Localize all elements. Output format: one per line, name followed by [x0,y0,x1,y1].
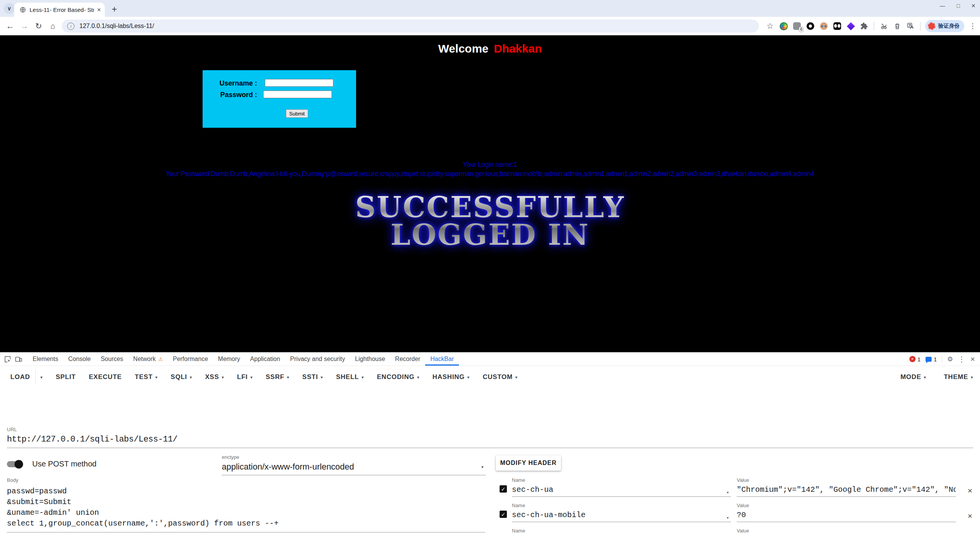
devtools-close-icon[interactable]: × [970,354,975,364]
menu-encoding[interactable]: ENCODING▾ [377,373,419,381]
remove-header-icon[interactable]: × [968,512,972,520]
chevron-down-icon: ▾ [321,375,323,379]
window-minimize-icon[interactable]: — [940,3,945,9]
window-close-icon[interactable]: × [971,2,975,10]
username-field[interactable] [265,79,333,87]
enctype-select[interactable]: application/x-www-form-urlencoded ▾ [222,462,486,475]
post-method-toggle[interactable] [7,461,22,467]
mask-extension-icon[interactable] [832,21,842,31]
device-toolbar-icon[interactable] [15,356,22,363]
header-checkbox[interactable]: ✓ [500,485,507,493]
header-name-value[interactable]: sec-ch-ua-mobile [512,511,731,522]
header-name-value[interactable]: sec-ch-ua [512,485,731,497]
inspect-element-icon[interactable] [4,356,11,363]
header-value-value[interactable]: ?0 [737,511,956,522]
menu-ssti[interactable]: SSTI▾ [302,373,323,381]
menu-ssrf[interactable]: SSRF▾ [266,373,289,381]
site-info-icon[interactable]: i [67,23,74,30]
error-counter[interactable]: ×1 [909,356,921,363]
header-name-field: Name sec-ch-ua-mobile ▾ [512,503,731,522]
tab-search-button[interactable]: ∨ [4,3,15,14]
password-field[interactable] [263,91,332,98]
menu-load[interactable]: LOAD ▾ [10,370,43,384]
profile-chip[interactable]: 验证身份 [925,20,964,32]
post-method-row: Use POST method [7,460,96,468]
devtools-tab-bar: Elements Console Sources Network⚠ Perfor… [0,353,980,366]
cart-extension-icon[interactable] [879,21,889,31]
menu-shell[interactable]: SHELL▾ [336,373,364,381]
reload-icon[interactable]: ↻ [31,21,46,31]
diamond-extension-icon[interactable] [846,21,856,31]
chevron-down-icon: ▾ [515,375,518,379]
submit-button[interactable]: Submit [286,109,308,118]
url-text[interactable]: 127.0.0.1/sqli-labs/Less-11/ [79,23,154,30]
home-icon[interactable]: ⌂ [46,21,60,31]
url-field: URL http://127.0.0.1/sqli-labs/Less-11/ [7,427,973,448]
chevron-down-icon[interactable]: ▾ [727,490,729,494]
menu-mode[interactable]: MODE▾ [901,373,926,381]
chevron-down-icon[interactable]: ▾ [40,375,43,379]
devtools-tab-memory[interactable]: Memory [213,353,245,366]
menu-split[interactable]: SPLIT [56,373,76,381]
devtools-tab-application[interactable]: Application [245,353,285,366]
chevron-down-icon: ▾ [155,375,158,379]
message-bubble-icon [926,357,932,362]
enctype-field: enctype application/x-www-form-urlencode… [222,454,486,475]
url-field-value[interactable]: http://127.0.0.1/sqli-labs/Less-11/ [7,435,973,448]
chevron-down-icon[interactable]: ▾ [727,516,729,520]
body-underline [7,532,485,532]
header-value-value[interactable]: "Chromium";v="142", "Google Chrome";v="1… [737,485,956,497]
menu-custom[interactable]: CUSTOM▾ [483,373,518,381]
window-maximize-icon[interactable]: □ [957,3,960,9]
menu-sqli[interactable]: SQLI▾ [171,373,192,381]
trash-icon[interactable] [892,21,902,31]
devtools-menu-icon[interactable]: ⋮ [958,355,965,363]
devtools-panel: Elements Console Sources Network⚠ Perfor… [0,352,980,534]
devtools-tab-performance[interactable]: Performance [168,353,213,366]
header-row: ✓ Name sec-ch-ua ▾ Value "Chromium";v="1… [499,477,974,503]
menu-xss[interactable]: XSS▾ [205,373,224,381]
menu-hashing[interactable]: HASHING▾ [432,373,470,381]
tab-close-icon[interactable]: × [97,6,101,14]
devtools-tab-lighthouse[interactable]: Lighthouse [350,353,390,366]
profile-label: 验证身份 [938,23,960,30]
translate-icon[interactable] [906,21,916,31]
message-counter[interactable]: 1 [926,356,937,363]
header-checkbox[interactable]: ✓ [500,511,507,518]
address-bar[interactable]: i 127.0.0.1/sqli-labs/Less-11/ [62,20,759,33]
password-label: Password : [203,91,257,99]
extension-badge: 6 [799,27,803,32]
avatar-extension-icon[interactable] [819,21,829,31]
hackbar-menu-bar: LOAD ▾ SPLIT EXECUTE TEST▾ SQLI▾ XSS▾ LF… [0,366,980,388]
extensions-puzzle-icon[interactable] [859,21,869,31]
menu-execute[interactable]: EXECUTE [89,373,122,381]
header-row: ✓ Name sec-ch-ua-mobile ▾ Value ?0 × [499,503,974,528]
remove-header-icon[interactable]: × [968,486,972,494]
bookmark-star-icon[interactable]: ☆ [765,21,775,31]
back-icon[interactable]: ← [3,21,17,31]
new-tab-button[interactable]: + [109,3,120,15]
dark-ring-extension-icon[interactable] [805,21,815,31]
login-name-result: Your Login name:1 [0,161,980,169]
devtools-tab-console[interactable]: Console [63,353,96,366]
nav-buttons: ← → ↻ ⌂ [3,17,60,35]
devtools-tab-sources[interactable]: Sources [96,353,128,366]
toggle-knob [15,460,23,468]
devtools-tab-elements[interactable]: Elements [28,353,63,366]
username-label: Username : [203,79,257,87]
counter-extension-icon[interactable]: 6 [792,21,802,31]
devtools-tab-network[interactable]: Network⚠ [128,353,168,366]
modify-header-button[interactable]: MODIFY HEADER [496,455,561,471]
menu-test[interactable]: TEST▾ [135,373,157,381]
browser-menu-icon[interactable]: ⋮ [968,21,978,31]
devtools-tab-recorder[interactable]: Recorder [390,353,426,366]
settings-gear-icon[interactable]: ⚙ [947,355,953,363]
devtools-tab-privacy[interactable]: Privacy and security [285,353,350,366]
browser-tab[interactable]: Less-11- Error Based- String × [14,3,105,17]
menu-lfi[interactable]: LFI▾ [237,373,253,381]
body-textarea[interactable]: passwd=passwd &submit=Submit &uname=-adm… [7,486,485,529]
menu-theme[interactable]: THEME▾ [944,373,973,381]
devtools-tab-hackbar[interactable]: HackBar [425,353,459,366]
forward-icon[interactable]: → [17,21,31,31]
idm-extension-icon[interactable] [779,21,789,31]
